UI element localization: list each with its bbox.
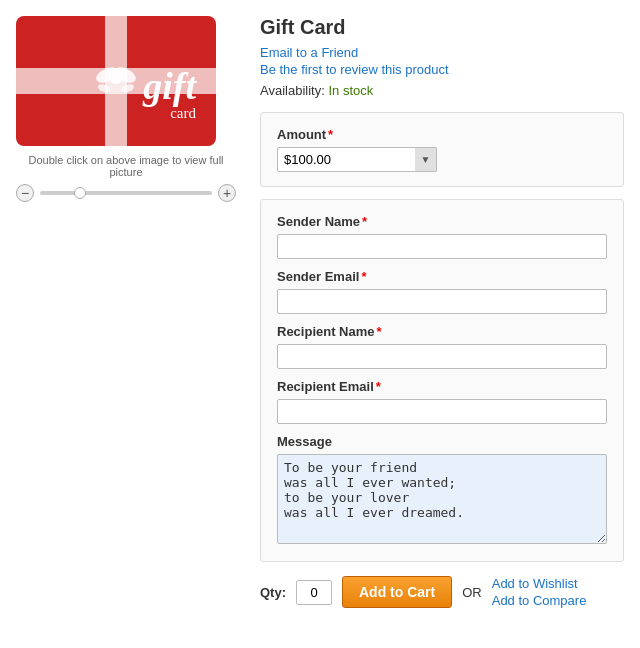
amount-select-wrapper: $25.00 $50.00 $100.00 $200.00 $500.00 ▼ [277,147,437,172]
sender-name-label: Sender Name* [277,214,607,229]
email-friend-link[interactable]: Email to a Friend [260,45,624,60]
availability-label: Availability: [260,83,325,98]
zoom-in-button[interactable]: + [218,184,236,202]
zoom-hint: Double click on above image to view full… [16,154,236,178]
message-label: Message [277,434,607,449]
product-links: Email to a Friend Be the first to review… [260,45,624,77]
recipient-email-label: Recipient Email* [277,379,607,394]
sender-email-field: Sender Email* [277,269,607,314]
review-link[interactable]: Be the first to review this product [260,62,624,77]
gift-form-box: Sender Name* Sender Email* Recipient Nam… [260,199,624,562]
gift-card-text: gift card [143,67,196,122]
zoom-bar: − + [16,184,236,202]
cart-row: Qty: 0 Add to Cart OR Add to Wishlist Ad… [260,576,624,608]
zoom-thumb[interactable] [74,187,86,199]
recipient-email-input[interactable] [277,399,607,424]
zoom-track[interactable] [40,191,212,195]
amount-label: Amount* [277,127,607,142]
or-text: OR [462,585,482,600]
recipient-email-field: Recipient Email* [277,379,607,424]
add-to-compare-link[interactable]: Add to Compare [492,593,587,608]
qty-input[interactable]: 0 [296,580,332,605]
qty-label: Qty: [260,585,286,600]
bow-decoration [94,64,138,98]
card-word: card [143,105,196,122]
sender-email-input[interactable] [277,289,607,314]
sender-email-label: Sender Email* [277,269,607,284]
amount-select[interactable]: $25.00 $50.00 $100.00 $200.00 $500.00 [277,147,437,172]
availability-value: In stock [328,83,373,98]
svg-point-4 [110,75,122,84]
message-textarea[interactable]: To be your friend was all I ever wanted;… [277,454,607,544]
recipient-name-input[interactable] [277,344,607,369]
gift-word: gift [143,67,196,105]
page-title: Gift Card [260,16,624,39]
recipient-name-field: Recipient Name* [277,324,607,369]
right-column: Gift Card Email to a Friend Be the first… [260,16,624,608]
recipient-name-label: Recipient Name* [277,324,607,339]
amount-box: Amount* $25.00 $50.00 $100.00 $200.00 $5… [260,112,624,187]
sender-name-input[interactable] [277,234,607,259]
add-to-cart-button[interactable]: Add to Cart [342,576,452,608]
zoom-out-button[interactable]: − [16,184,34,202]
left-column: gift card Double click on above image to… [16,16,236,202]
side-links: Add to Wishlist Add to Compare [492,576,587,608]
svg-point-2 [97,83,112,94]
add-to-wishlist-link[interactable]: Add to Wishlist [492,576,587,591]
availability-row: Availability: In stock [260,83,624,98]
product-image[interactable]: gift card [16,16,216,146]
message-field: Message To be your friend was all I ever… [277,434,607,547]
svg-point-3 [120,83,135,94]
sender-name-field: Sender Name* [277,214,607,259]
